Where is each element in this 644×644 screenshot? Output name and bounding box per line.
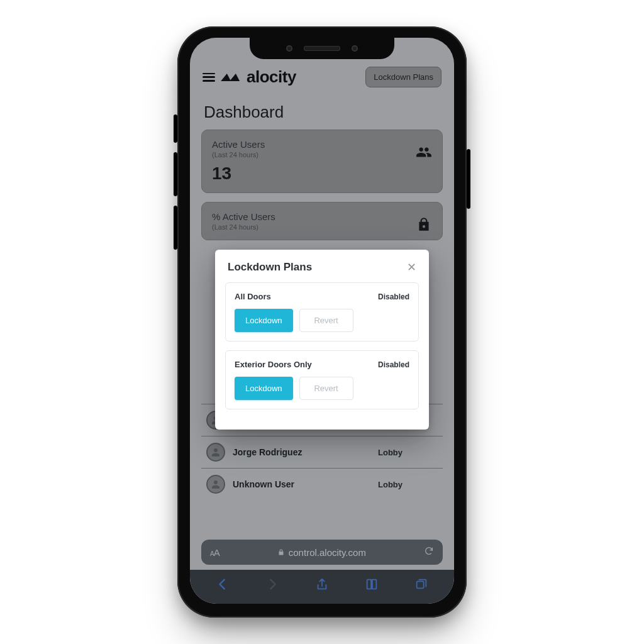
- plan-status: Disabled: [378, 360, 409, 369]
- plan-name: Exterior Doors Only: [235, 360, 312, 369]
- lockdown-button[interactable]: Lockdown: [235, 377, 293, 400]
- plan-name: All Doors: [235, 292, 271, 301]
- close-icon[interactable]: ✕: [407, 262, 416, 273]
- plan-status: Disabled: [378, 292, 409, 301]
- mute-switch: [174, 114, 177, 143]
- sensor-dot: [352, 45, 358, 52]
- modal-overlay[interactable]: Lockdown Plans ✕ All Doors Disabled Lock…: [190, 38, 454, 604]
- phone-frame: alocity Lockdown Plans Dashboard Active …: [177, 26, 467, 618]
- modal-title: Lockdown Plans: [228, 261, 312, 274]
- revert-button[interactable]: Revert: [299, 309, 353, 332]
- revert-button[interactable]: Revert: [299, 377, 353, 400]
- power-button: [467, 149, 470, 209]
- plan-card: All Doors Disabled Lockdown Revert: [225, 282, 419, 341]
- earpiece-speaker: [304, 46, 340, 51]
- volume-down-button: [174, 206, 177, 250]
- notch: [250, 38, 394, 59]
- front-camera: [286, 45, 292, 52]
- volume-up-button: [174, 152, 177, 196]
- lockdown-plans-modal: Lockdown Plans ✕ All Doors Disabled Lock…: [215, 250, 429, 430]
- lockdown-button[interactable]: Lockdown: [235, 309, 293, 332]
- screen: alocity Lockdown Plans Dashboard Active …: [190, 38, 454, 604]
- plan-card: Exterior Doors Only Disabled Lockdown Re…: [225, 350, 419, 409]
